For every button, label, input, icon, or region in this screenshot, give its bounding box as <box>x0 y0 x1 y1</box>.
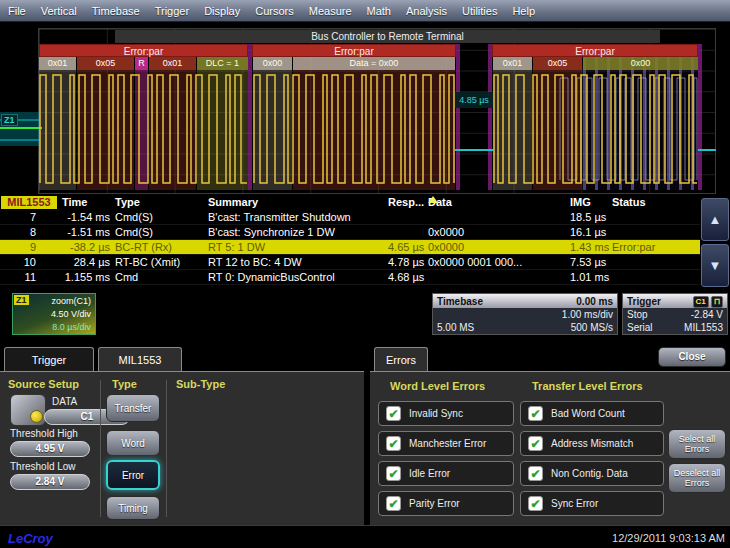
tab-errors[interactable]: Errors <box>374 347 428 371</box>
timebase-scale: 1.00 ms/div <box>562 309 613 320</box>
menu-help[interactable]: Help <box>512 5 535 17</box>
trigger-type-icon: ⊓ <box>711 296 723 308</box>
mil1553-dialog: Trigger MIL1553 Source Setup DATA C1 Thr… <box>0 345 364 525</box>
type-error-button[interactable]: Error <box>106 460 160 490</box>
zoom-trace-marker[interactable]: Z1 <box>1 114 18 126</box>
trigger-box[interactable]: Trigger C1⊓ Stop-2.84 V SerialMIL1553 <box>622 293 728 335</box>
checkbox-manchester-error[interactable]: ✔ Manchester Error <box>378 431 514 456</box>
error-bar: Error:par <box>39 44 248 57</box>
errors-dialog-body: Word Level Errors ✔ Invalid Sync ✔ Manch… <box>370 371 730 525</box>
errors-dialog: Errors Close Word Level Errors ✔ Invalid… <box>370 345 730 525</box>
oscilloscope-app: File Vertical Timebase Trigger Display C… <box>0 0 730 548</box>
trigger-protocol: MIL1553 <box>684 322 723 333</box>
col-summary: Summary <box>208 196 388 208</box>
trigger-position-icon <box>428 196 438 203</box>
timebase-rate: 500 MS/s <box>571 322 613 333</box>
data-label: DATA <box>52 396 77 407</box>
checkbox-sync-error[interactable]: ✔ Sync Error <box>520 491 664 516</box>
gap-time-label: 4.85 µs <box>455 92 493 108</box>
scroll-down-button[interactable]: ▼ <box>701 244 729 287</box>
timebase-offset: 0.00 ms <box>576 296 613 307</box>
threshold-high-label: Threshold High <box>10 428 78 439</box>
checkbox-checked-icon: ✔ <box>386 406 401 421</box>
checkbox-checked-icon: ✔ <box>528 496 543 511</box>
checkbox-idle-error[interactable]: ✔ Idle Error <box>378 461 514 486</box>
table-row[interactable]: 8-1.51 msCmd(S)B'cast: Synchronize 1 DW0… <box>0 225 700 240</box>
close-button[interactable]: Close <box>658 347 726 367</box>
type-word-button[interactable]: Word <box>106 430 160 456</box>
datetime: 12/29/2011 9:03:13 AM <box>612 532 725 544</box>
table-row[interactable]: 1028.4 µsRT-BC (Xmit)RT 12 to BC: 4 DW4.… <box>0 255 700 270</box>
timebase-samples: 5.00 MS <box>437 322 474 333</box>
table-row-selected[interactable]: 9-38.2 µsBC-RT (Rx)RT 5: 1 DW4.65 µs0x00… <box>0 240 700 255</box>
trigger-mode: Stop <box>627 309 648 320</box>
info-strip: Z1 zoom(C1) 4.50 V/div 8.0 µs/div Timeba… <box>0 288 730 345</box>
menu-cursors[interactable]: Cursors <box>255 5 294 17</box>
checkbox-bad-word-count[interactable]: ✔ Bad Word Count <box>520 401 664 426</box>
menu-utilities[interactable]: Utilities <box>462 5 497 17</box>
checkbox-checked-icon: ✔ <box>528 406 543 421</box>
descriptor-vscale: 4.50 V/div <box>51 309 91 319</box>
menu-file[interactable]: File <box>8 5 26 17</box>
waveform-area: 0x01 0x05 R 0x01 DLC = 1 0x00 Data = 0x0… <box>0 22 730 196</box>
type-title: Type <box>112 378 137 390</box>
threshold-low-field[interactable]: 2.84 V <box>10 474 90 490</box>
up-arrow-icon: ▲ <box>709 212 722 227</box>
menu-math[interactable]: Math <box>367 5 391 17</box>
checkbox-checked-icon: ✔ <box>386 436 401 451</box>
status-bar: LeCroy 12/29/2011 9:03:13 AM <box>0 525 730 548</box>
menu-timebase[interactable]: Timebase <box>92 5 140 17</box>
checkbox-invalid-sync[interactable]: ✔ Invalid Sync <box>378 401 514 426</box>
trigger-title: Trigger <box>627 296 661 307</box>
scroll-up-button[interactable]: ▲ <box>701 198 729 241</box>
knob-indicator-icon <box>30 410 43 423</box>
timebase-box[interactable]: Timebase0.00 ms 1.00 ms/div 5.00 MS500 M… <box>432 293 618 335</box>
checkbox-non-contig-data[interactable]: ✔ Non Contig. Data <box>520 461 664 486</box>
table-row[interactable]: 7-1.54 msCmd(S)B'cast: Transmitter Shutd… <box>0 210 700 225</box>
checkbox-checked-icon: ✔ <box>528 436 543 451</box>
table-header: MIL1553 Time Type Summary Resp... Data I… <box>0 196 700 210</box>
trigger-level: -2.84 V <box>691 309 723 320</box>
mil1553-dialog-body: Source Setup DATA C1 Threshold High 4.95… <box>0 371 364 525</box>
divider <box>100 380 101 517</box>
menu-display[interactable]: Display <box>204 5 240 17</box>
threshold-high-field[interactable]: 4.95 V <box>10 441 90 457</box>
select-all-errors-button[interactable]: Select all Errors <box>668 429 726 459</box>
checkbox-address-mismatch[interactable]: ✔ Address Mismatch <box>520 431 664 456</box>
timebase-title: Timebase <box>437 296 483 307</box>
checkbox-checked-icon: ✔ <box>528 466 543 481</box>
tab-trigger[interactable]: Trigger <box>4 347 94 371</box>
menu-vertical[interactable]: Vertical <box>41 5 77 17</box>
menu-analysis[interactable]: Analysis <box>406 5 447 17</box>
table-row[interactable]: 111.155 msCmdRT 0: DynamicBusControl4.68… <box>0 270 700 285</box>
descriptor-source: zoom(C1) <box>51 296 91 306</box>
deselect-all-errors-button[interactable]: Deselect all Errors <box>668 463 726 493</box>
source-setup-title: Source Setup <box>8 378 79 390</box>
checkbox-parity-error[interactable]: ✔ Parity Error <box>378 491 514 516</box>
checkbox-checked-icon: ✔ <box>386 466 401 481</box>
lecroy-logo: LeCroy <box>8 531 53 546</box>
col-type: Type <box>115 196 207 208</box>
menu-measure[interactable]: Measure <box>309 5 352 17</box>
trigger-source-badge: C1 <box>693 296 709 308</box>
menu-bar: File Vertical Timebase Trigger Display C… <box>0 0 730 22</box>
protocol-badge[interactable]: MIL1553 <box>1 196 57 209</box>
source-knob-icon[interactable] <box>10 394 46 426</box>
threshold-low-label: Threshold Low <box>10 461 76 472</box>
subtype-title: Sub-Type <box>176 378 225 390</box>
col-status: Status <box>612 196 698 208</box>
tab-mil1553[interactable]: MIL1553 <box>98 347 182 371</box>
error-bar: Error:par <box>492 44 698 57</box>
decode-table: MIL1553 Time Type Summary Resp... Data I… <box>0 196 730 288</box>
trigger-kind: Serial <box>627 322 653 333</box>
type-timing-button[interactable]: Timing <box>106 496 160 520</box>
down-arrow-icon: ▼ <box>709 258 722 273</box>
col-data: Data <box>428 196 568 208</box>
checkbox-checked-icon: ✔ <box>386 496 401 511</box>
divider <box>166 380 167 517</box>
zoom-descriptor-box[interactable]: Z1 zoom(C1) 4.50 V/div 8.0 µs/div <box>12 293 96 335</box>
error-bar: Error:par <box>252 44 456 57</box>
type-transfer-button[interactable]: Transfer <box>106 394 160 422</box>
transfer-level-title: Transfer Level Errors <box>532 380 643 392</box>
menu-trigger[interactable]: Trigger <box>155 5 189 17</box>
